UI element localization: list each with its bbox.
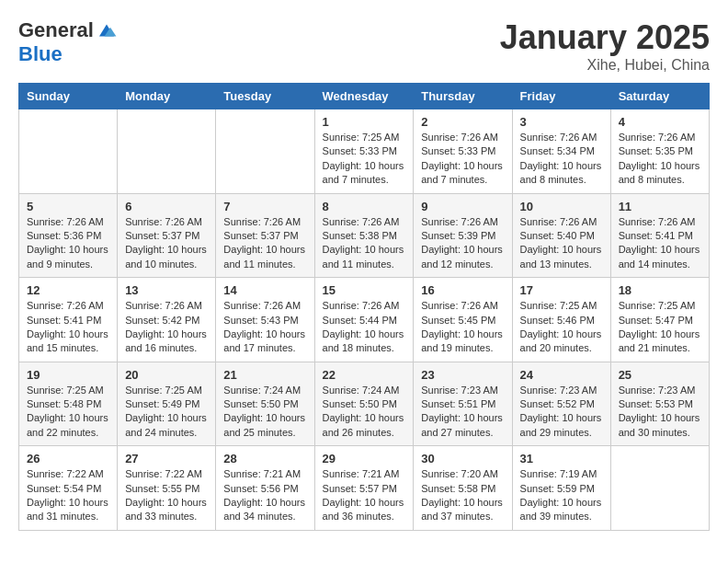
calendar-cell: 5Sunrise: 7:26 AMSunset: 5:36 PMDaylight… (19, 193, 118, 278)
day-info: Sunrise: 7:21 AMSunset: 5:57 PMDaylight:… (323, 468, 404, 522)
day-info: Sunrise: 7:26 AMSunset: 5:41 PMDaylight:… (619, 216, 700, 270)
day-number: 11 (619, 200, 701, 213)
calendar-cell: 8Sunrise: 7:26 AMSunset: 5:38 PMDaylight… (314, 193, 414, 278)
day-number: 16 (421, 283, 504, 297)
calendar-cell (19, 109, 118, 194)
day-number: 28 (223, 452, 306, 465)
logo-blue-text: Blue (18, 42, 63, 66)
logo-general-text: General (18, 18, 94, 42)
day-number: 29 (323, 452, 406, 465)
day-number: 18 (619, 283, 701, 297)
day-info: Sunrise: 7:25 AMSunset: 5:46 PMDaylight:… (520, 300, 602, 353)
calendar-cell: 14Sunrise: 7:26 AMSunset: 5:43 PMDayligh… (216, 278, 314, 362)
day-number: 3 (520, 115, 603, 129)
weekday-header-saturday: Saturday (610, 84, 709, 109)
day-number: 20 (125, 368, 208, 382)
day-info: Sunrise: 7:21 AMSunset: 5:56 PMDaylight:… (223, 468, 305, 522)
day-number: 17 (520, 283, 603, 297)
calendar-cell (118, 109, 216, 194)
day-number: 31 (520, 452, 603, 465)
logo-icon (96, 19, 118, 41)
day-info: Sunrise: 7:26 AMSunset: 5:44 PMDaylight:… (323, 300, 404, 353)
day-number: 10 (520, 200, 603, 213)
calendar-cell: 31Sunrise: 7:19 AMSunset: 5:59 PMDayligh… (512, 446, 610, 531)
day-info: Sunrise: 7:25 AMSunset: 5:48 PMDaylight:… (27, 385, 108, 438)
calendar-cell: 23Sunrise: 7:23 AMSunset: 5:51 PMDayligh… (414, 362, 512, 446)
calendar-cell: 13Sunrise: 7:26 AMSunset: 5:42 PMDayligh… (118, 278, 216, 362)
day-number: 5 (27, 200, 109, 213)
calendar-table: SundayMondayTuesdayWednesdayThursdayFrid… (18, 83, 710, 531)
day-number: 12 (27, 283, 109, 297)
day-number: 24 (520, 368, 603, 382)
day-number: 8 (323, 200, 406, 213)
calendar-cell: 25Sunrise: 7:23 AMSunset: 5:53 PMDayligh… (610, 362, 709, 446)
day-number: 27 (125, 452, 208, 465)
calendar-week-row: 1Sunrise: 7:25 AMSunset: 5:33 PMDaylight… (19, 109, 710, 194)
day-info: Sunrise: 7:20 AMSunset: 5:58 PMDaylight:… (421, 468, 503, 522)
page-header: General Blue January 2025 Xihe, Hubei, C… (18, 18, 710, 74)
day-number: 1 (323, 115, 406, 129)
day-info: Sunrise: 7:26 AMSunset: 5:40 PMDaylight:… (520, 216, 602, 270)
calendar-cell: 4Sunrise: 7:26 AMSunset: 5:35 PMDaylight… (610, 109, 709, 194)
calendar-cell (610, 446, 709, 531)
day-number: 23 (421, 368, 504, 382)
calendar-cell: 20Sunrise: 7:25 AMSunset: 5:49 PMDayligh… (118, 362, 216, 446)
day-info: Sunrise: 7:26 AMSunset: 5:41 PMDaylight:… (27, 300, 108, 353)
location-subtitle: Xihe, Hubei, China (500, 57, 710, 74)
calendar-week-row: 19Sunrise: 7:25 AMSunset: 5:48 PMDayligh… (19, 362, 710, 446)
calendar-cell: 12Sunrise: 7:26 AMSunset: 5:41 PMDayligh… (19, 278, 118, 362)
day-info: Sunrise: 7:26 AMSunset: 5:37 PMDaylight:… (125, 216, 207, 270)
day-number: 4 (619, 115, 701, 129)
calendar-cell: 3Sunrise: 7:26 AMSunset: 5:34 PMDaylight… (512, 109, 610, 194)
day-info: Sunrise: 7:23 AMSunset: 5:53 PMDaylight:… (619, 385, 700, 438)
calendar-cell: 24Sunrise: 7:23 AMSunset: 5:52 PMDayligh… (512, 362, 610, 446)
day-number: 15 (323, 283, 406, 297)
calendar-cell: 7Sunrise: 7:26 AMSunset: 5:37 PMDaylight… (216, 193, 314, 278)
weekday-header-monday: Monday (118, 84, 216, 109)
calendar-cell (216, 109, 314, 194)
weekday-header-thursday: Thursday (414, 84, 512, 109)
day-info: Sunrise: 7:24 AMSunset: 5:50 PMDaylight:… (323, 385, 404, 438)
day-info: Sunrise: 7:26 AMSunset: 5:45 PMDaylight:… (421, 300, 503, 353)
title-block: January 2025 Xihe, Hubei, China (500, 18, 710, 74)
calendar-cell: 26Sunrise: 7:22 AMSunset: 5:54 PMDayligh… (19, 446, 118, 531)
calendar-cell: 16Sunrise: 7:26 AMSunset: 5:45 PMDayligh… (414, 278, 512, 362)
weekday-header-sunday: Sunday (19, 84, 118, 109)
day-number: 26 (27, 452, 109, 465)
month-title: January 2025 (500, 18, 710, 57)
calendar-cell: 6Sunrise: 7:26 AMSunset: 5:37 PMDaylight… (118, 193, 216, 278)
calendar-week-row: 12Sunrise: 7:26 AMSunset: 5:41 PMDayligh… (19, 278, 710, 362)
calendar-cell: 9Sunrise: 7:26 AMSunset: 5:39 PMDaylight… (414, 193, 512, 278)
day-info: Sunrise: 7:26 AMSunset: 5:43 PMDaylight:… (223, 300, 305, 353)
calendar-cell: 21Sunrise: 7:24 AMSunset: 5:50 PMDayligh… (216, 362, 314, 446)
calendar-week-row: 5Sunrise: 7:26 AMSunset: 5:36 PMDaylight… (19, 193, 710, 278)
day-info: Sunrise: 7:26 AMSunset: 5:42 PMDaylight:… (125, 300, 207, 353)
weekday-header-row: SundayMondayTuesdayWednesdayThursdayFrid… (19, 84, 710, 109)
weekday-header-friday: Friday (512, 84, 610, 109)
calendar-cell: 18Sunrise: 7:25 AMSunset: 5:47 PMDayligh… (610, 278, 709, 362)
day-info: Sunrise: 7:26 AMSunset: 5:36 PMDaylight:… (27, 216, 108, 270)
weekday-header-wednesday: Wednesday (314, 84, 414, 109)
day-info: Sunrise: 7:26 AMSunset: 5:33 PMDaylight:… (421, 132, 503, 185)
day-info: Sunrise: 7:23 AMSunset: 5:51 PMDaylight:… (421, 385, 503, 438)
calendar-cell: 29Sunrise: 7:21 AMSunset: 5:57 PMDayligh… (314, 446, 414, 531)
calendar-week-row: 26Sunrise: 7:22 AMSunset: 5:54 PMDayligh… (19, 446, 710, 531)
calendar-cell: 28Sunrise: 7:21 AMSunset: 5:56 PMDayligh… (216, 446, 314, 531)
day-info: Sunrise: 7:19 AMSunset: 5:59 PMDaylight:… (520, 468, 602, 522)
day-info: Sunrise: 7:26 AMSunset: 5:35 PMDaylight:… (619, 132, 700, 185)
day-info: Sunrise: 7:22 AMSunset: 5:54 PMDaylight:… (27, 468, 108, 522)
day-info: Sunrise: 7:26 AMSunset: 5:37 PMDaylight:… (223, 216, 305, 270)
day-number: 30 (421, 452, 504, 465)
calendar-cell: 27Sunrise: 7:22 AMSunset: 5:55 PMDayligh… (118, 446, 216, 531)
day-number: 9 (421, 200, 504, 213)
calendar-cell: 10Sunrise: 7:26 AMSunset: 5:40 PMDayligh… (512, 193, 610, 278)
calendar-cell: 17Sunrise: 7:25 AMSunset: 5:46 PMDayligh… (512, 278, 610, 362)
day-number: 19 (27, 368, 109, 382)
weekday-header-tuesday: Tuesday (216, 84, 314, 109)
day-info: Sunrise: 7:24 AMSunset: 5:50 PMDaylight:… (223, 385, 305, 438)
day-number: 21 (223, 368, 306, 382)
day-info: Sunrise: 7:25 AMSunset: 5:49 PMDaylight:… (125, 385, 207, 438)
calendar-cell: 19Sunrise: 7:25 AMSunset: 5:48 PMDayligh… (19, 362, 118, 446)
day-info: Sunrise: 7:23 AMSunset: 5:52 PMDaylight:… (520, 385, 602, 438)
day-info: Sunrise: 7:26 AMSunset: 5:34 PMDaylight:… (520, 132, 602, 185)
